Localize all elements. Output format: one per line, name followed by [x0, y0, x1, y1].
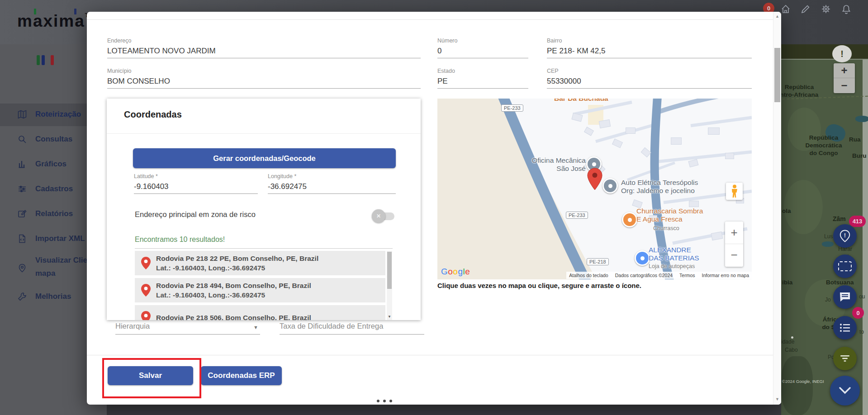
- estado-field[interactable]: Estado PE: [437, 68, 528, 89]
- endereco-value: LOTEAMENTO NOVO JARDIM: [107, 47, 421, 58]
- chart-icon: [17, 159, 27, 169]
- home-icon[interactable]: [781, 4, 791, 14]
- estado-label: Estado: [437, 68, 528, 74]
- map-zoom-out-button[interactable]: −: [725, 244, 743, 266]
- dashed-area-icon: [838, 261, 852, 271]
- poi-alexandre-category: Loja de autopeças: [649, 263, 695, 269]
- result-item[interactable]: Rodovia Pe 218 22 PE, Bom Conselho, PE, …: [135, 251, 385, 275]
- scroll-up-icon[interactable]: ▲: [773, 14, 781, 19]
- latitude-field[interactable]: Latitude * -9.160403: [134, 173, 258, 194]
- numero-field[interactable]: Número 0: [437, 38, 528, 58]
- coordenadas-erp-button[interactable]: Coordenadas ERP: [201, 366, 282, 385]
- geocode-button[interactable]: Gerar coordenadas/Geocode: [133, 148, 396, 168]
- poi-marker-shop[interactable]: [635, 250, 650, 266]
- keyboard-shortcuts-link[interactable]: Atalhos do teclado: [569, 273, 608, 278]
- collapse-chevron-fab[interactable]: [830, 376, 860, 406]
- map-red-pin-icon[interactable]: [586, 167, 604, 191]
- lake-shape: [822, 241, 834, 247]
- flag-red: [51, 55, 54, 65]
- hierarquia-select[interactable]: Hierarquia ▼: [115, 322, 260, 335]
- map-label-republica-centro-africana: República ntro-Africana: [781, 83, 825, 99]
- filter-fab[interactable]: [833, 347, 857, 370]
- bairro-field[interactable]: Bairro PE 218- KM 42,5: [547, 38, 752, 58]
- address-map[interactable]: PE-233 PE-233 PE-218 Bar Da Buchada Ofic…: [437, 99, 752, 279]
- bairro-value: PE 218- KM 42,5: [547, 47, 752, 58]
- map-building: [725, 153, 734, 159]
- map-label-cabo: Cabo: [785, 346, 798, 354]
- terms-link[interactable]: Termos: [679, 273, 695, 278]
- pegman-icon: [731, 184, 738, 198]
- sliders-icon: [17, 184, 27, 194]
- maxima-logo: maximaTE: [17, 12, 93, 31]
- edit-icon[interactable]: [801, 4, 811, 14]
- longitude-field[interactable]: Longitude * -36.692475: [268, 173, 396, 194]
- red-pin-icon: [141, 284, 151, 297]
- map-label-lusaka: Lus: [824, 233, 833, 241]
- route-badge-pe233: PE-233: [566, 212, 588, 219]
- municipio-field[interactable]: Município BOM CONSELHO: [107, 68, 421, 89]
- modal-scrollbar[interactable]: ▲ ▼: [773, 12, 781, 405]
- logo-blue-tick: [74, 9, 76, 14]
- route-badge-pe218: PE-218: [587, 258, 609, 265]
- wrench-icon: [17, 292, 27, 302]
- report-map-error-link[interactable]: Informar erro no mapa: [702, 273, 749, 278]
- poi-marker-gray[interactable]: [602, 178, 618, 193]
- taxa-dificuldade-field[interactable]: Taxa de Dificuldade de Entrega: [280, 322, 424, 335]
- list-fab[interactable]: [833, 316, 857, 340]
- red-pin-icon: [141, 257, 151, 269]
- risk-zone-toggle[interactable]: ✕: [372, 209, 403, 223]
- map-label-namibia: ibia: [782, 278, 792, 286]
- zoom-out-button[interactable]: −: [834, 78, 855, 93]
- map-edge-panel: [863, 60, 868, 415]
- scroll-down-icon[interactable]: ▼: [387, 315, 392, 319]
- toggle-knob: ✕: [372, 209, 385, 223]
- map-zoom-in-button[interactable]: +: [725, 222, 743, 244]
- map-building: [689, 201, 699, 207]
- map-label-ruanda: Rua: [849, 136, 861, 143]
- svg-text:!: !: [844, 232, 846, 239]
- map-label-republica-democratica-congo: República Democrática do Congo: [794, 134, 854, 157]
- results-scrollbar[interactable]: ▼: [387, 251, 392, 320]
- terrain-dark: [781, 356, 813, 415]
- area-select-fab[interactable]: [833, 255, 857, 278]
- zoom-in-button[interactable]: +: [834, 63, 855, 78]
- route-badge-pe233: PE-233: [501, 104, 523, 112]
- card-divider: [107, 133, 421, 134]
- scroll-down-icon[interactable]: ▼: [773, 397, 781, 401]
- background-zoom-control: + −: [834, 63, 855, 93]
- footer-divider: [87, 355, 773, 355]
- map-label-burundi: Buru: [852, 152, 867, 160]
- chevron-down-icon: [839, 387, 851, 394]
- municipio-value: BOM CONSELHO: [107, 77, 421, 88]
- result-item[interactable]: Rodovia Pe 218 506, Bom Conselho, PE, Br…: [135, 305, 385, 320]
- count-badge-0: 0: [852, 307, 864, 319]
- pegman-control[interactable]: [726, 183, 743, 200]
- settings-gear-icon[interactable]: [821, 4, 831, 14]
- taxa-label: Taxa de Dificuldade de Entrega: [280, 322, 424, 334]
- map-building: [626, 127, 636, 134]
- logo-text: maxima: [17, 12, 85, 30]
- chat-fab[interactable]: [833, 285, 857, 309]
- map-label-botsuana: Botsuana: [826, 278, 854, 286]
- chat-bubble-icon: [839, 292, 851, 302]
- logo-green-tick: [34, 9, 36, 14]
- endereco-field[interactable]: Endereço LOTEAMENTO NOVO JARDIM: [107, 38, 421, 58]
- poi-churrascaria: Churrascaria Sombra E Agua Fresca: [636, 207, 703, 223]
- map-building: [671, 137, 682, 145]
- annotation-highlight-rectangle: [102, 358, 201, 398]
- results-divider: [135, 248, 393, 249]
- poi-marker-restaurant[interactable]: [622, 212, 637, 227]
- report-edit-icon: [17, 209, 27, 219]
- bell-icon[interactable]: [841, 4, 851, 14]
- pin-alert-fab[interactable]: !: [833, 224, 857, 248]
- cep-label: CEP: [547, 68, 752, 74]
- lake-shape: [855, 116, 868, 122]
- pin-icon: [17, 263, 27, 273]
- poi-bar-da-buchada: Bar Da Buchada: [554, 99, 608, 103]
- results-scrollbar-thumb[interactable]: [387, 252, 392, 289]
- modal-scrollbar-thumb[interactable]: [774, 48, 780, 102]
- alert-icon[interactable]: !: [832, 45, 852, 62]
- cep-value: 55330000: [547, 77, 752, 88]
- result-item[interactable]: Rodovia Pe 218 494, Bom Conselho, PE, Br…: [135, 278, 385, 302]
- cep-field[interactable]: CEP 55330000: [547, 68, 752, 89]
